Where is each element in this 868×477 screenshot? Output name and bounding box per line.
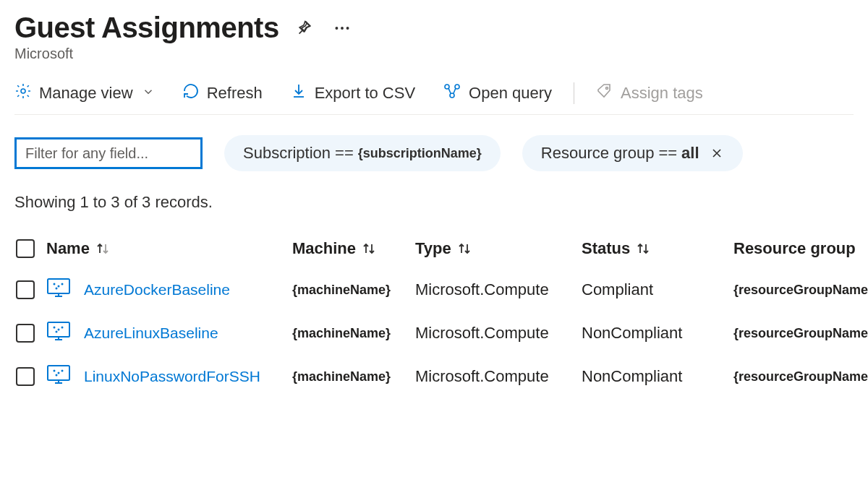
filter-pill-subscription[interactable]: Subscription == {subscriptionName}	[224, 135, 501, 171]
svg-point-6	[450, 93, 454, 98]
monitor-icon	[46, 278, 71, 302]
filter-pill-resource-group[interactable]: Resource group == all	[522, 135, 743, 171]
export-csv-label: Export to CSV	[315, 84, 415, 103]
svg-point-15	[58, 329, 60, 331]
more-icon[interactable]	[333, 19, 352, 38]
filter-subscription-label: Subscription	[243, 144, 331, 163]
filter-rg-value: all	[681, 144, 699, 163]
page-subtitle: Microsoft	[14, 46, 854, 62]
rg-cell: {resourceGroupName}	[733, 283, 868, 298]
refresh-label: Refresh	[207, 84, 263, 103]
gear-icon	[14, 82, 32, 104]
svg-point-21	[56, 374, 58, 377]
tag-icon	[596, 82, 613, 104]
status-cell: NonCompliant	[582, 367, 733, 386]
type-cell: Microsoft.Compute	[415, 280, 582, 299]
column-header-resource-group[interactable]: Resource group	[733, 239, 868, 258]
column-header-type[interactable]: Type	[415, 239, 582, 258]
open-query-label: Open query	[469, 84, 552, 103]
svg-point-22	[61, 370, 64, 372]
select-all-checkbox[interactable]	[16, 239, 35, 258]
assign-tags-label: Assign tags	[621, 84, 703, 103]
filter-subscription-op: ==	[335, 144, 354, 163]
machine-cell: {machineName}	[292, 369, 415, 384]
table-row: AzureDockerBaseline {machineName} Micros…	[14, 268, 854, 311]
assignment-link[interactable]: AzureLinuxBaseline	[84, 325, 218, 342]
svg-point-7	[606, 87, 608, 90]
machine-cell: {machineName}	[292, 283, 415, 298]
manage-view-label: Manage view	[39, 84, 133, 103]
column-name-label: Name	[46, 239, 90, 258]
type-cell: Microsoft.Compute	[415, 367, 582, 386]
row-checkbox[interactable]	[16, 280, 35, 299]
svg-point-19	[54, 370, 56, 372]
assignment-link[interactable]: LinuxNoPasswordForSSH	[84, 368, 260, 385]
results-grid: Name Machine Type	[14, 229, 854, 398]
row-checkbox[interactable]	[16, 324, 35, 343]
sort-icon	[634, 241, 652, 257]
svg-point-2	[346, 27, 349, 30]
manage-view-button[interactable]: Manage view	[14, 82, 155, 104]
svg-point-9	[54, 283, 56, 285]
monitor-icon	[46, 364, 71, 389]
svg-point-16	[56, 331, 58, 333]
svg-point-0	[335, 27, 338, 30]
column-rg-label: Resource group	[733, 239, 856, 258]
filter-rg-label: Resource group	[541, 144, 655, 163]
svg-point-20	[58, 372, 60, 374]
row-checkbox[interactable]	[16, 367, 35, 386]
svg-point-3	[21, 89, 25, 93]
sort-icon	[360, 241, 378, 257]
assignment-link[interactable]: AzureDockerBaseline	[84, 281, 230, 298]
grid-header: Name Machine Type	[14, 229, 854, 268]
table-row: AzureLinuxBaseline {machineName} Microso…	[14, 311, 854, 355]
filter-rg-op: ==	[658, 144, 677, 163]
monitor-icon	[46, 321, 71, 345]
sort-icon	[456, 241, 473, 257]
column-type-label: Type	[415, 239, 451, 258]
svg-point-11	[56, 288, 58, 290]
page-title: Guest Assignments	[14, 12, 279, 44]
svg-point-14	[54, 327, 56, 329]
records-status: Showing 1 to 3 of 3 records.	[14, 193, 854, 212]
svg-point-17	[61, 327, 64, 329]
status-cell: NonCompliant	[582, 324, 733, 343]
assign-tags-button[interactable]: Assign tags	[596, 82, 703, 104]
export-csv-button[interactable]: Export to CSV	[290, 82, 415, 104]
column-header-status[interactable]: Status	[582, 239, 733, 258]
column-machine-label: Machine	[292, 239, 356, 258]
filter-row: Subscription == {subscriptionName} Resou…	[14, 135, 854, 171]
filter-subscription-value: {subscriptionName}	[358, 146, 482, 161]
close-icon[interactable]	[710, 146, 724, 160]
open-query-button[interactable]: Open query	[443, 82, 552, 104]
refresh-button[interactable]: Refresh	[182, 82, 263, 104]
chevron-down-icon	[140, 84, 155, 103]
query-icon	[443, 82, 461, 104]
column-header-name[interactable]: Name	[46, 239, 292, 258]
svg-point-12	[61, 283, 64, 285]
svg-point-10	[58, 285, 60, 288]
toolbar: Manage view Refresh Export to CSV Open q…	[14, 82, 854, 115]
rg-cell: {resourceGroupName}	[733, 369, 868, 384]
column-header-machine[interactable]: Machine	[292, 239, 415, 258]
filter-input[interactable]	[14, 137, 203, 169]
pin-icon[interactable]	[294, 19, 312, 38]
refresh-icon	[182, 82, 200, 104]
type-cell: Microsoft.Compute	[415, 324, 582, 343]
rg-cell: {resourceGroupName}	[733, 326, 868, 341]
column-status-label: Status	[582, 239, 630, 258]
sort-icon	[94, 241, 111, 257]
machine-cell: {machineName}	[292, 326, 415, 341]
table-row: LinuxNoPasswordForSSH {machineName} Micr…	[14, 355, 854, 398]
svg-point-1	[341, 27, 344, 30]
toolbar-divider	[574, 82, 574, 104]
download-icon	[290, 82, 307, 104]
status-cell: Compliant	[582, 280, 733, 299]
